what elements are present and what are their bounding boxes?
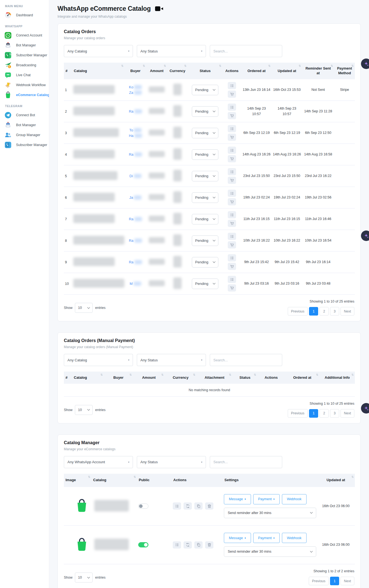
order-status-select[interactable]: Pending [192, 106, 218, 117]
sort-icon[interactable]: ⇅ [88, 475, 90, 479]
entries-per-page-select[interactable]: 10 [75, 405, 93, 415]
settings-message-button[interactable]: Message [224, 494, 251, 504]
sort-icon[interactable]: ⇅ [164, 64, 166, 68]
column-header-ordered-at[interactable]: Ordered at⇅ [241, 63, 272, 79]
sort-icon[interactable]: ⇅ [352, 373, 354, 377]
order-status-select[interactable]: Pending [192, 149, 218, 160]
sort-icon[interactable]: ⇅ [193, 373, 195, 377]
sort-icon[interactable]: ⇅ [161, 373, 164, 377]
next-page-button[interactable]: Next [341, 409, 354, 418]
column-header-catalog[interactable]: Catalog⇅ [72, 63, 125, 79]
order-cart-button[interactable] [228, 155, 236, 162]
buyer-name-partial[interactable]: Za [126, 90, 145, 96]
buyer-name-partial[interactable]: M [126, 281, 145, 287]
sidebar-item-subscriber-manager[interactable]: Subscriber Manager [0, 50, 49, 60]
status-filter-select[interactable]: Any Status ▾ [137, 456, 206, 468]
column-header-amount[interactable]: Amount⇅ [146, 63, 167, 79]
entries-per-page-select[interactable]: 10 [75, 303, 93, 313]
sidebar-item-connect-account[interactable]: Connect Account [0, 30, 49, 40]
sort-icon[interactable]: ⇅ [184, 64, 187, 68]
order-items-button[interactable] [228, 276, 236, 283]
public-toggle[interactable] [138, 504, 148, 509]
column-header-status[interactable]: Status⇅ [232, 372, 257, 384]
next-page-button[interactable]: Next [341, 307, 354, 316]
order-items-button[interactable] [228, 147, 236, 154]
search-input[interactable] [210, 456, 282, 468]
status-filter-select[interactable]: Any Status ▾ [137, 354, 206, 366]
order-items-button[interactable] [228, 233, 236, 240]
order-status-select[interactable]: Pending [192, 85, 218, 95]
page-button-3[interactable]: 3 [330, 409, 339, 418]
search-input[interactable] [210, 354, 282, 366]
order-cart-button[interactable] [228, 177, 236, 184]
buyer-name-partial[interactable]: Di [126, 173, 145, 179]
catalog-filter-select[interactable]: Any Catalog ▾ [64, 45, 133, 57]
catalog-duplicate-button[interactable] [194, 502, 203, 510]
sidebar-item-bot-manager[interactable]: Bot Manager [0, 120, 49, 130]
sort-icon[interactable]: ⇅ [121, 64, 124, 68]
reminder-select[interactable]: Send reminder after 30 mins [224, 508, 316, 518]
search-input[interactable] [210, 45, 282, 57]
catalog-refresh-button[interactable] [184, 541, 192, 549]
order-status-select[interactable]: Pending [192, 257, 218, 267]
column-header-image[interactable]: Image⇅ [64, 474, 91, 487]
column-header-ordered-at[interactable]: Ordered at⇅ [285, 372, 320, 384]
sort-icon[interactable]: ⇅ [130, 373, 132, 377]
order-cart-button[interactable] [228, 134, 236, 141]
order-cart-button[interactable] [228, 263, 236, 270]
previous-page-button[interactable]: Previous [288, 409, 308, 418]
catalog-delete-button[interactable] [205, 541, 213, 549]
sort-icon[interactable]: ⇅ [352, 64, 354, 68]
sidebar-item-group-manager[interactable]: Group Manager [0, 130, 49, 140]
catalog-items-button[interactable] [173, 541, 181, 549]
catalog-filter-select[interactable]: Any Catalog ▾ [64, 354, 133, 366]
sidebar-item-live-chat[interactable]: Live Chat [0, 70, 49, 80]
buyer-name-partial[interactable]: To [126, 128, 145, 133]
next-page-button[interactable]: Next [341, 577, 354, 585]
order-status-select[interactable]: Pending [192, 171, 218, 181]
order-cart-button[interactable] [228, 284, 236, 292]
catalog-duplicate-button[interactable] [194, 541, 203, 549]
order-status-select[interactable]: Pending [192, 279, 218, 289]
buyer-name-partial[interactable]: Ra [126, 109, 145, 114]
buyer-name-partial[interactable]: Ko [126, 84, 145, 90]
sidebar-item-webhook-workflow[interactable]: Webhook Workflow [0, 80, 49, 90]
page-button-2[interactable]: 2 [320, 307, 329, 316]
previous-page-button[interactable]: Previous [288, 307, 308, 316]
order-cart-button[interactable] [228, 112, 236, 119]
sort-icon[interactable]: ⇅ [229, 373, 231, 377]
buyer-name-partial[interactable]: Ra [126, 152, 145, 157]
order-status-select[interactable]: Pending [192, 214, 218, 224]
buyer-name-partial[interactable]: Ja [126, 195, 145, 200]
order-items-button[interactable] [228, 125, 236, 132]
order-items-button[interactable] [228, 168, 236, 175]
reminder-select[interactable]: Send reminder after 30 mins [224, 546, 316, 557]
settings-message-button[interactable]: Message [224, 533, 251, 543]
sort-icon[interactable]: ⇅ [352, 475, 354, 479]
catalog-items-button[interactable] [173, 502, 181, 510]
page-button-1[interactable]: 1 [309, 307, 318, 316]
column-header-updated-at[interactable]: Updated at⇅ [317, 474, 355, 487]
whatsapp-account-filter-select[interactable]: Any WhatsApp Account ▾ [64, 456, 133, 468]
order-cart-button[interactable] [228, 241, 236, 248]
page-button-3[interactable]: 3 [330, 307, 339, 316]
order-items-button[interactable] [228, 104, 236, 111]
column-header-reminder-sent-at[interactable]: Reminder Sent at⇅ [302, 63, 334, 79]
column-header-buyer[interactable]: Buyer⇅ [125, 63, 146, 79]
sort-icon[interactable]: ⇅ [134, 475, 136, 479]
sidebar-item-bot-manager[interactable]: Bot Manager [0, 40, 49, 50]
catalog-delete-button[interactable] [205, 502, 213, 510]
order-items-button[interactable] [228, 211, 236, 218]
order-status-select[interactable]: Pending [192, 192, 218, 203]
sort-icon[interactable]: ⇅ [299, 64, 301, 68]
order-cart-button[interactable] [228, 198, 236, 205]
column-header-updated-at[interactable]: Updated at⇅ [272, 63, 302, 79]
public-toggle[interactable] [138, 542, 148, 547]
sort-icon[interactable]: ⇅ [331, 64, 333, 68]
page-button-2[interactable]: 2 [320, 409, 329, 418]
column-header-amount[interactable]: Amount⇅ [133, 372, 165, 384]
sidebar-item-ecommerce-catalog[interactable]: eCommerce Catalog [0, 90, 49, 100]
buyer-name-partial[interactable]: Ha [126, 133, 145, 139]
column-header-catalog[interactable]: Catalog⇅ [91, 474, 137, 487]
sort-icon[interactable]: ⇅ [268, 64, 271, 68]
